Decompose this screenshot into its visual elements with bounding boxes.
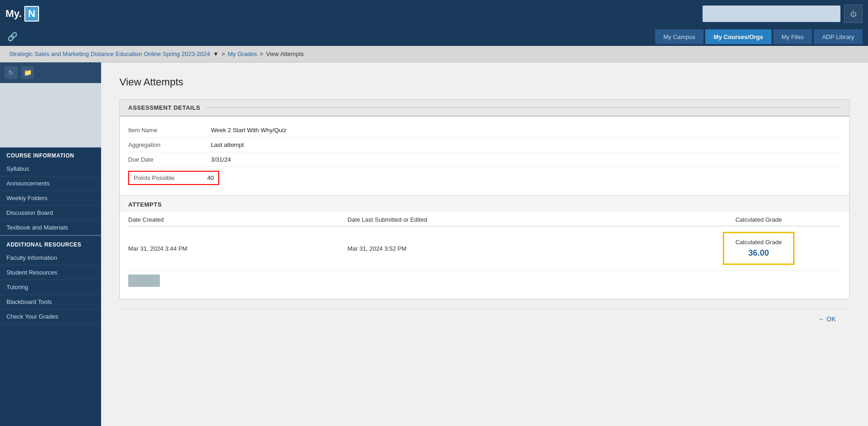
- sidebar-folder-btn[interactable]: 📁: [21, 66, 34, 79]
- nav-tabs-row: 🔗 My Campus My Courses/Orgs My Files ADP…: [0, 28, 868, 46]
- item-name-label: Item Name: [128, 127, 211, 134]
- breadcrumb-sep2: >: [260, 50, 263, 57]
- bottom-ok-bar: ← OK: [119, 308, 850, 329]
- top-right-area: ⏻: [703, 5, 862, 23]
- sidebar-preview-image: [0, 83, 101, 147]
- grade-cell-wrapper: Calculated Grade 36.00: [676, 232, 841, 265]
- logo-my-text: My.: [6, 8, 22, 20]
- aggregation-value: Last attempt: [211, 141, 244, 148]
- top-bar: My. N ⏻: [0, 0, 868, 28]
- attempts-header: ATTEMPTS: [120, 195, 849, 212]
- sidebar-controls: ↻ 📁: [0, 62, 101, 83]
- sidebar-course-info-header: COURSE INFORMATION: [0, 147, 101, 162]
- sidebar-item-faculty-info[interactable]: Faculty Information: [0, 251, 101, 265]
- attempt-1-date-created: Mar 31, 2024 3:44 PM: [128, 245, 347, 252]
- breadcrumb-sep1: >: [221, 50, 225, 57]
- assessment-details-header-text: ASSESSMENT DETAILS: [128, 104, 200, 111]
- sidebar: ↻ 📁 COURSE INFORMATION Syllabus Announce…: [0, 62, 101, 426]
- logo-area: My. N: [6, 6, 39, 22]
- assessment-details-card: ASSESSMENT DETAILS Item Name Week 2 Star…: [119, 99, 850, 299]
- tab-my-files[interactable]: My Files: [773, 29, 812, 44]
- points-possible-highlighted: Points Possible 40: [128, 171, 219, 185]
- search-input[interactable]: [703, 6, 840, 22]
- header-divider-line: [206, 107, 841, 108]
- breadcrumb-dropdown-icon[interactable]: ▼: [213, 50, 219, 57]
- due-date-label: Due Date: [128, 156, 211, 163]
- due-date-row: Due Date 3/31/24: [128, 152, 841, 167]
- points-possible-value: 40: [207, 174, 214, 181]
- col-header-date-submitted: Date Last Submitted or Edited: [347, 216, 676, 223]
- tab-my-campus[interactable]: My Campus: [655, 29, 703, 44]
- points-possible-row-wrap: Points Possible 40: [128, 167, 841, 189]
- breadcrumb-view-attempts: View Attempts: [266, 50, 304, 57]
- sidebar-item-announcements[interactable]: Announcements: [0, 176, 101, 191]
- due-date-value: 3/31/24: [211, 156, 231, 163]
- calculated-grade-label: Calculated Grade: [735, 239, 782, 246]
- attempts-col-headers: Date Created Date Last Submitted or Edit…: [128, 212, 841, 226]
- col-header-grade: Calculated Grade: [676, 216, 841, 223]
- assessment-details-body: Item Name Week 2 Start With Why/Quiz Agg…: [120, 117, 849, 195]
- sidebar-item-tutoring[interactable]: Tutoring: [0, 280, 101, 295]
- attempt-row-1: Mar 31, 2024 3:44 PM Mar 31, 2024 3:52 P…: [128, 226, 841, 271]
- attempt-button-row: [128, 271, 841, 291]
- item-name-value: Week 2 Start With Why/Quiz: [211, 127, 286, 134]
- breadcrumb: Strategic Sales and Marketing Distance E…: [0, 46, 868, 62]
- sidebar-refresh-btn[interactable]: ↻: [5, 66, 17, 79]
- main-layout: ↻ 📁 COURSE INFORMATION Syllabus Announce…: [0, 62, 868, 426]
- sidebar-item-student-resources[interactable]: Student Resources: [0, 265, 101, 280]
- item-name-row: Item Name Week 2 Start With Why/Quiz: [128, 123, 841, 138]
- breadcrumb-my-grades[interactable]: My Grades: [228, 50, 257, 57]
- content-area: View Attempts ASSESSMENT DETAILS Item Na…: [101, 62, 868, 426]
- power-icon: ⏻: [850, 10, 857, 17]
- sidebar-item-weekly-folders[interactable]: Weekly Folders: [0, 191, 101, 206]
- tab-my-courses-orgs[interactable]: My Courses/Orgs: [705, 29, 772, 44]
- ok-link[interactable]: ← OK: [818, 315, 836, 323]
- assessment-details-header-bar: ASSESSMENT DETAILS: [120, 100, 849, 117]
- breadcrumb-course[interactable]: Strategic Sales and Marketing Distance E…: [9, 50, 210, 57]
- sidebar-item-discussion-board[interactable]: Discussion Board: [0, 206, 101, 220]
- points-possible-label: Points Possible: [134, 174, 198, 181]
- calculated-grade-cell: Calculated Grade 36.00: [723, 232, 794, 265]
- sidebar-item-blackboard-tools[interactable]: Blackboard Tools: [0, 295, 101, 309]
- attempts-table: Date Created Date Last Submitted or Edit…: [120, 212, 849, 299]
- page-title: View Attempts: [119, 76, 850, 88]
- aggregation-row: Aggregation Last attempt: [128, 138, 841, 152]
- power-button[interactable]: ⏻: [844, 5, 862, 23]
- aggregation-label: Aggregation: [128, 141, 211, 148]
- tab-adp-library[interactable]: ADP Library: [814, 29, 862, 44]
- attempt-view-button[interactable]: [128, 275, 160, 287]
- sidebar-item-textbook-materials[interactable]: Textbook and Materials: [0, 220, 101, 235]
- col-header-date-created: Date Created: [128, 216, 347, 223]
- calculated-grade-value: 36.00: [735, 248, 782, 258]
- attempt-1-date-submitted: Mar 31, 2024 3:52 PM: [347, 245, 676, 252]
- logo-n-box: N: [24, 6, 39, 22]
- sidebar-item-syllabus[interactable]: Syllabus: [0, 162, 101, 176]
- link-icon[interactable]: 🔗: [7, 32, 17, 42]
- sidebar-additional-header: ADDITIONAL RESOURCES: [0, 235, 101, 251]
- sidebar-item-check-grades[interactable]: Check Your Grades: [0, 309, 101, 324]
